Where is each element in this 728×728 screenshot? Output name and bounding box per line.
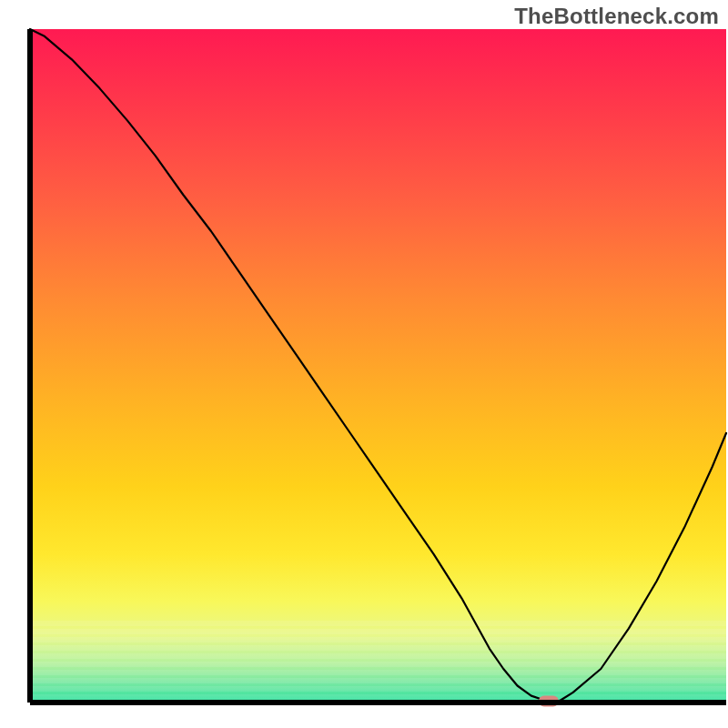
gradient-band	[30, 662, 726, 667]
gradient-band	[30, 694, 726, 700]
gradient-band	[30, 678, 726, 683]
bottleneck-chart	[0, 0, 728, 728]
gradient-band	[30, 686, 726, 692]
gradient-band	[30, 670, 726, 675]
chart-container: TheBottleneck.com	[0, 0, 728, 728]
gradient-band	[30, 645, 726, 651]
gradient-band	[30, 629, 726, 634]
gradient-band	[30, 621, 726, 626]
watermark-text: TheBottleneck.com	[514, 4, 719, 29]
gradient-band	[30, 653, 726, 659]
